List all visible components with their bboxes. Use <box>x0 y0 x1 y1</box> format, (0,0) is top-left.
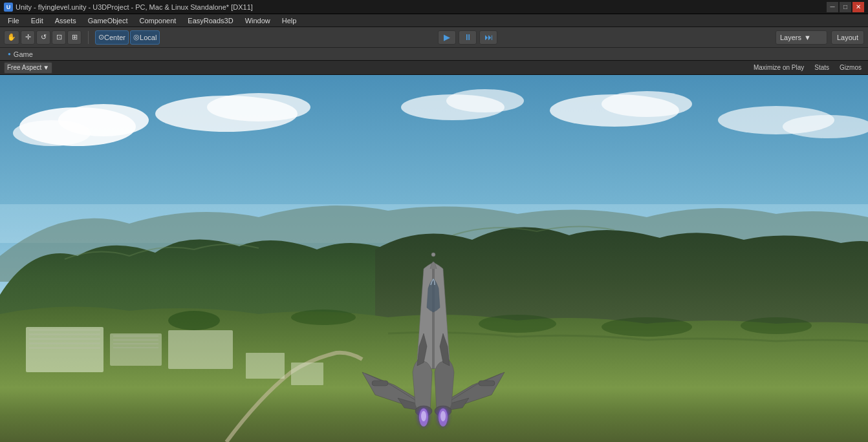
svg-point-30 <box>602 317 692 337</box>
stats-button[interactable]: Stats <box>812 63 832 72</box>
game-tab-bar: ● Game <box>0 48 868 61</box>
gizmos-button[interactable]: Gizmos <box>837 63 864 72</box>
tool-rect[interactable]: ⊞ <box>67 30 81 45</box>
rotate-icon: ↺ <box>41 33 47 41</box>
pivot-center-button[interactable]: ⊙ Center <box>95 30 129 45</box>
svg-rect-25 <box>246 353 285 379</box>
tool-hand[interactable]: ✋ <box>4 30 19 45</box>
tool-scale[interactable]: ⊡ <box>52 30 66 45</box>
game-tab-icon: ● <box>8 51 11 57</box>
svg-rect-19 <box>110 333 162 366</box>
playback-controls: ▶ ⏸ ⏭ <box>164 30 772 45</box>
pivot-icon: ⊙ <box>98 33 104 41</box>
pivot-local-button[interactable]: ◎ Local <box>130 30 160 45</box>
svg-point-28 <box>291 310 356 325</box>
game-viewport: ⊙ 人人素材 <box>0 75 868 442</box>
toolbar: ✋ ✛ ↺ ⊡ ⊞ ⊙ Center ◎ Local ▶ ⏸ <box>0 27 868 48</box>
menu-component[interactable]: Component <box>134 16 181 26</box>
menu-edit[interactable]: Edit <box>26 16 49 26</box>
unity-icon: U <box>4 3 13 12</box>
layers-dropdown[interactable]: Layers ▼ <box>776 30 827 45</box>
game-tab[interactable]: ● Game <box>4 49 37 59</box>
svg-point-39 <box>440 411 446 421</box>
layout-button[interactable]: Layout <box>831 30 864 45</box>
aspect-dropdown[interactable]: Free Aspect ▼ <box>4 62 52 74</box>
svg-point-36 <box>421 411 426 421</box>
separator-1 <box>88 31 89 44</box>
aspect-label: Free Aspect <box>7 64 41 71</box>
svg-point-40 <box>431 253 435 257</box>
scale-icon: ⊡ <box>56 33 62 41</box>
transform-tools-group: ✋ ✛ ↺ ⊡ ⊞ <box>4 30 81 45</box>
layers-arrow-icon: ▼ <box>804 34 811 41</box>
menu-help[interactable]: Help <box>277 16 302 26</box>
hand-icon: ✋ <box>7 33 16 41</box>
play-button[interactable]: ▶ <box>438 30 456 45</box>
title-bar-controls[interactable]: ─ □ ✕ <box>827 2 864 12</box>
title-text: Unity - flyinglevel.unity - U3DProject -… <box>16 3 253 11</box>
maximize-button[interactable]: □ <box>840 2 851 12</box>
menu-assets[interactable]: Assets <box>50 16 81 26</box>
pause-button[interactable]: ⏸ <box>459 30 477 45</box>
svg-rect-42 <box>479 381 495 386</box>
svg-rect-20 <box>113 335 158 337</box>
pivot-group: ⊙ Center ◎ Local <box>95 30 160 45</box>
svg-rect-18 <box>29 347 100 349</box>
svg-point-27 <box>168 311 220 330</box>
local-label: Local <box>140 34 157 41</box>
game-panel: ● Game Free Aspect ▼ Maximize on Play St… <box>0 48 868 442</box>
svg-rect-21 <box>113 339 158 341</box>
game-tab-label: Game <box>14 50 33 58</box>
right-controls: Layers ▼ Layout <box>776 30 864 45</box>
svg-point-8 <box>446 89 524 112</box>
game-options-right: Maximize on Play Stats Gizmos <box>751 63 864 72</box>
svg-rect-41 <box>372 381 388 386</box>
svg-rect-24 <box>168 330 233 369</box>
menu-gameobject[interactable]: GameObject <box>83 16 133 26</box>
svg-rect-17 <box>29 342 100 344</box>
svg-rect-16 <box>29 338 100 340</box>
scene-svg: ⊙ 人人素材 <box>0 75 868 442</box>
play-icon: ▶ <box>444 32 450 42</box>
step-icon: ⏭ <box>484 32 493 42</box>
svg-rect-22 <box>113 343 158 344</box>
close-button[interactable]: ✕ <box>852 2 864 12</box>
local-icon: ◎ <box>133 33 140 41</box>
aspect-arrow-icon: ▼ <box>43 64 49 71</box>
pivot-label: Center <box>104 34 125 41</box>
move-icon: ✛ <box>25 33 31 41</box>
layers-label: Layers <box>780 34 801 41</box>
svg-rect-15 <box>29 333 100 335</box>
svg-rect-14 <box>29 329 100 331</box>
title-bar: U Unity - flyinglevel.unity - U3DProject… <box>0 0 868 14</box>
menu-window[interactable]: Window <box>240 16 276 26</box>
menu-file[interactable]: File <box>3 16 25 26</box>
svg-point-10 <box>602 91 692 117</box>
layout-label: Layout <box>837 34 858 41</box>
title-bar-left: U Unity - flyinglevel.unity - U3DProject… <box>4 3 253 12</box>
svg-point-29 <box>479 315 556 333</box>
svg-point-4 <box>13 120 91 146</box>
rect-icon: ⊞ <box>72 33 78 41</box>
minimize-button[interactable]: ─ <box>827 2 838 12</box>
svg-point-6 <box>207 93 310 121</box>
tool-move[interactable]: ✛ <box>21 30 35 45</box>
maximize-on-play-button[interactable]: Maximize on Play <box>751 63 807 72</box>
menu-bar: File Edit Assets GameObject Component Ea… <box>0 14 868 27</box>
svg-rect-26 <box>291 363 323 385</box>
menu-easyroads3d[interactable]: EasyRoads3D <box>182 16 238 26</box>
step-button[interactable]: ⏭ <box>479 30 497 45</box>
pause-icon: ⏸ <box>464 32 472 42</box>
tool-rotate[interactable]: ↺ <box>36 30 50 45</box>
svg-point-31 <box>741 317 812 334</box>
svg-rect-23 <box>113 347 158 348</box>
game-options-bar: Free Aspect ▼ Maximize on Play Stats Giz… <box>0 61 868 75</box>
